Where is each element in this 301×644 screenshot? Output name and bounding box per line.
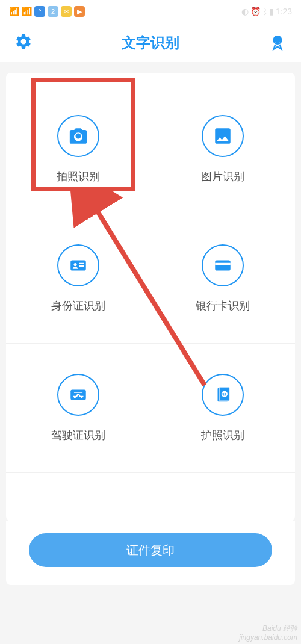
- feature-label: 银行卡识别: [196, 299, 250, 313]
- svg-rect-8: [73, 392, 82, 393]
- feature-image-ocr[interactable]: 图片识别: [150, 85, 295, 214]
- status-left: 📶 📶 ^ 2 ✉ ▶: [9, 6, 85, 17]
- feature-label: 图片识别: [201, 169, 244, 184]
- wifi-icon: 📶: [22, 7, 32, 16]
- svg-rect-3: [79, 263, 84, 264]
- svg-point-0: [274, 36, 282, 43]
- battery-icon: ▮: [269, 7, 274, 16]
- app-badge-icon: ^: [34, 6, 45, 17]
- passport-icon: [202, 374, 244, 416]
- settings-button[interactable]: [14, 33, 33, 53]
- medal-button[interactable]: [268, 33, 287, 53]
- watermark: Baidu 经验 jingyan.baidu.com: [239, 624, 297, 642]
- watermark-line: jingyan.baidu.com: [239, 633, 297, 642]
- page-title: 文字识别: [122, 33, 179, 52]
- bluetooth-icon: ᛒ: [262, 7, 267, 16]
- app-badge-icon: ✉: [61, 6, 72, 17]
- svg-point-9: [73, 397, 75, 398]
- feature-passport[interactable]: 护照识别: [150, 344, 295, 473]
- footer: 证件复印: [6, 521, 295, 585]
- driver-license-icon: [57, 374, 99, 416]
- app-header: 文字识别: [0, 23, 301, 62]
- button-label: 证件复印: [126, 542, 175, 559]
- feature-bank-card[interactable]: 银行卡识别: [150, 214, 295, 344]
- status-right: ◐ ⏰ ᛒ ▮ 1:23: [241, 7, 292, 16]
- feature-photo-ocr[interactable]: 拍照识别: [6, 85, 150, 214]
- feature-id-card[interactable]: 身份证识别: [6, 214, 150, 344]
- signal-icon: 📶: [9, 7, 19, 16]
- camera-icon: [57, 115, 99, 157]
- feature-label: 护照识别: [201, 428, 244, 442]
- svg-rect-6: [215, 263, 231, 265]
- bank-card-icon: [202, 244, 244, 286]
- svg-point-10: [81, 397, 82, 398]
- document-copy-button[interactable]: 证件复印: [29, 533, 272, 567]
- spacer: [12, 473, 289, 521]
- svg-point-2: [73, 263, 76, 266]
- status-time: 1:23: [276, 7, 292, 16]
- status-bar: 📶 📶 ^ 2 ✉ ▶ ◐ ⏰ ᛒ ▮ 1:23: [0, 0, 301, 23]
- image-icon: [202, 115, 244, 157]
- app-badge-icon: 2: [48, 6, 58, 17]
- alarm-icon: ⏰: [250, 7, 261, 16]
- feature-driver-license[interactable]: 驾驶证识别: [6, 344, 150, 473]
- feature-label: 拍照识别: [57, 169, 100, 184]
- feature-grid: 拍照识别 图片识别 身份证识别 银行卡识别 驾驶证识别: [6, 85, 295, 473]
- feature-label: 驾驶证识别: [51, 428, 105, 442]
- app-badge-icon: ▶: [74, 6, 85, 17]
- feature-label: 身份证识别: [51, 299, 105, 313]
- id-card-icon: [57, 244, 99, 286]
- watermark-line: Baidu 经验: [239, 624, 297, 633]
- main-card: 拍照识别 图片识别 身份证识别 银行卡识别 驾驶证识别: [6, 73, 295, 521]
- weibo-icon: ◐: [241, 7, 249, 16]
- svg-rect-4: [79, 265, 84, 267]
